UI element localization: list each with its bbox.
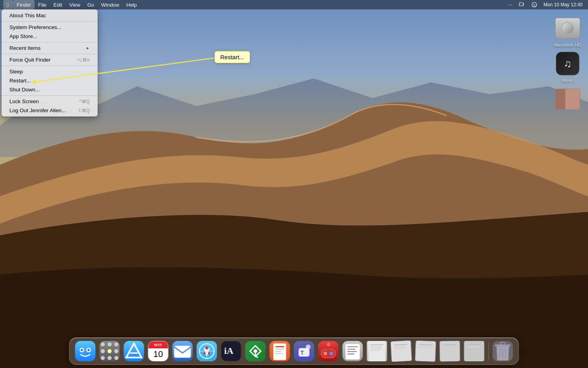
svg-point-13 xyxy=(107,342,111,346)
svg-rect-40 xyxy=(321,349,336,357)
keepass-icon xyxy=(245,341,266,361)
desktop-icons: Macintosh HD ♫ Music xyxy=(552,16,583,113)
svg-text:iA: iA xyxy=(224,346,234,356)
dock-teams[interactable]: T xyxy=(293,340,315,362)
svg-point-15 xyxy=(101,349,105,353)
svg-point-29 xyxy=(254,349,257,353)
control-strip[interactable]: ··· xyxy=(506,0,515,9)
menubar:  Finder File Edit View Go Window Help ·… xyxy=(0,0,588,9)
svg-point-43 xyxy=(330,352,333,355)
dock-trash[interactable] xyxy=(492,340,514,362)
svg-text:T: T xyxy=(300,349,304,356)
dock-joystick[interactable] xyxy=(318,340,339,362)
lock-screen-shortcut: ^⌘Q xyxy=(79,99,90,104)
dock-finder[interactable] xyxy=(74,340,96,362)
svg-point-17 xyxy=(114,349,118,353)
dock-mail[interactable] xyxy=(172,340,194,362)
music-icon-shape: ♫ xyxy=(556,52,579,75)
preview-1-icon xyxy=(367,341,387,361)
music-label: Music xyxy=(562,78,573,83)
restart-callout: Restart... xyxy=(214,51,250,63)
dock-preview-4[interactable] xyxy=(439,340,461,362)
dock-calendar[interactable]: MAY 10 xyxy=(147,340,169,362)
svg-text:S: S xyxy=(533,4,535,7)
dock-safari[interactable] xyxy=(196,340,218,362)
preview-3-icon xyxy=(415,341,436,362)
dock-appstore[interactable] xyxy=(123,340,145,362)
svg-rect-63 xyxy=(441,341,458,362)
dock-ia-writer[interactable]: iA xyxy=(220,340,242,362)
svg-rect-51 xyxy=(368,341,385,361)
thumb-shape xyxy=(555,89,580,110)
sleep-item[interactable]: Sleep xyxy=(3,67,96,76)
lock-screen-label: Lock Screen xyxy=(9,98,39,104)
menubar-left:  Finder File Edit View Go Window Help xyxy=(3,0,140,9)
svg-rect-67 xyxy=(466,341,483,361)
dock-pages[interactable] xyxy=(269,340,291,362)
svg-rect-55 xyxy=(370,350,380,351)
finder-icon xyxy=(75,341,96,361)
svg-rect-50 xyxy=(347,353,354,354)
svg-point-16 xyxy=(107,349,111,353)
menubar-help[interactable]: Help xyxy=(123,0,140,9)
recent-items-item[interactable]: Recent Items ► xyxy=(3,44,96,53)
dock: MAY 10 iA xyxy=(69,337,519,365)
menu-separator-2 xyxy=(2,42,98,42)
menubar-finder[interactable]: Finder xyxy=(13,0,34,9)
system-preferences-item[interactable]: System Preferences... xyxy=(3,23,96,32)
shut-down-item[interactable]: Shut Down... xyxy=(3,85,96,94)
apple-logo-icon:  xyxy=(7,2,9,8)
hd-drive-icon xyxy=(555,18,580,39)
menubar-file[interactable]: File xyxy=(34,0,50,9)
dock-separator xyxy=(488,342,489,360)
svg-rect-35 xyxy=(275,351,281,352)
svg-point-18 xyxy=(101,356,105,360)
apple-menu-trigger[interactable]:  xyxy=(3,0,13,9)
log-out-label: Log Out Jennifer Allen... xyxy=(9,107,66,113)
force-quit-item[interactable]: Force Quit Finder ⌥⌘⎋ xyxy=(3,55,96,64)
app-store-item[interactable]: App Store... xyxy=(3,32,96,41)
svg-line-31 xyxy=(256,355,258,358)
dock-preview-1[interactable] xyxy=(366,340,388,362)
menu-separator-4 xyxy=(2,66,98,66)
calendar-month: MAY xyxy=(149,341,168,348)
menu-separator-1 xyxy=(2,21,98,22)
svg-rect-34 xyxy=(275,349,284,350)
svg-point-45 xyxy=(327,343,330,346)
svg-rect-36 xyxy=(275,353,283,354)
svg-rect-60 xyxy=(417,341,434,361)
joystick-icon xyxy=(318,341,339,361)
menubar-view[interactable]: View xyxy=(66,0,84,9)
macintosh-hd-icon[interactable]: Macintosh HD xyxy=(552,16,583,48)
force-quit-label: Force Quit Finder xyxy=(9,57,51,63)
dock-script-editor[interactable] xyxy=(342,340,364,362)
svg-rect-1 xyxy=(519,3,523,6)
dock-keepass[interactable] xyxy=(245,340,267,362)
calendar-date: 10 xyxy=(153,349,163,359)
siri-icon[interactable]: S xyxy=(529,0,540,9)
menubar-window[interactable]: Window xyxy=(98,0,123,9)
lock-screen-item[interactable]: Lock Screen ^⌘Q xyxy=(3,97,96,106)
thumbnail-icon[interactable] xyxy=(552,87,583,113)
dock-preview-5[interactable] xyxy=(463,340,485,362)
log-out-item[interactable]: Log Out Jennifer Allen... ⇧⌘Q xyxy=(3,106,96,115)
appstore-icon xyxy=(124,341,144,361)
launchpad-icon xyxy=(100,341,120,361)
menubar-go[interactable]: Go xyxy=(84,0,98,9)
thumbnail-img xyxy=(555,87,580,112)
svg-rect-22 xyxy=(174,346,191,358)
svg-rect-33 xyxy=(275,346,284,347)
music-app-icon[interactable]: ♫ Music xyxy=(552,51,583,83)
force-quit-shortcut: ⌥⌘⎋ xyxy=(77,57,90,63)
about-this-mac-item[interactable]: About This Mac xyxy=(3,11,96,20)
restart-item[interactable]: Restart... xyxy=(3,76,96,85)
teams-icon: T xyxy=(294,341,314,361)
svg-point-12 xyxy=(101,342,105,346)
svg-rect-56 xyxy=(392,341,410,362)
datetime[interactable]: Mon 10 May 12:40 xyxy=(541,0,585,9)
menubar-edit[interactable]: Edit xyxy=(50,0,65,9)
dock-preview-3[interactable] xyxy=(415,340,437,362)
screen-record-icon[interactable] xyxy=(516,0,527,9)
dock-preview-2[interactable] xyxy=(390,340,412,362)
dock-launchpad[interactable] xyxy=(99,340,121,362)
